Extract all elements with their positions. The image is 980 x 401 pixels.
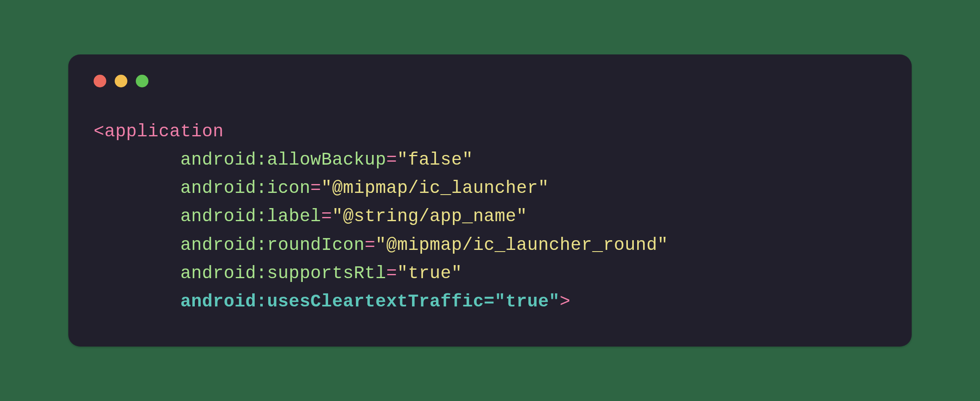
attr-name: android:roundIcon <box>180 235 365 255</box>
maximize-icon[interactable] <box>136 75 148 87</box>
close-icon[interactable] <box>94 75 106 87</box>
attr-name: android:icon <box>180 178 310 198</box>
attr-name: android:label <box>180 206 321 227</box>
code-block: <application android:allowBackup="false"… <box>94 118 886 316</box>
code-indent <box>94 206 180 227</box>
code-indent <box>94 235 180 255</box>
equals-sign: = <box>386 150 397 170</box>
window-titlebar <box>94 75 886 87</box>
attr-name: android:allowBackup <box>180 150 386 170</box>
equals-sign: = <box>310 178 321 198</box>
attr-name: android:supportsRtl <box>180 263 386 284</box>
attr-value: "@mipmap/ic_launcher" <box>321 178 549 198</box>
code-indent <box>94 263 180 284</box>
xml-tag-open: <application <box>94 122 223 142</box>
equals-sign: = <box>321 206 332 227</box>
minimize-icon[interactable] <box>115 75 127 87</box>
code-indent <box>94 178 180 198</box>
attr-value: "@string/app_name" <box>332 206 528 227</box>
code-window: <application android:allowBackup="false"… <box>68 54 912 347</box>
attr-value: "@mipmap/ic_launcher_round" <box>375 235 668 255</box>
xml-tag-close: > <box>560 292 571 312</box>
equals-sign: = <box>386 263 397 284</box>
attr-value: "false" <box>397 150 473 170</box>
attr-value: "true" <box>397 263 462 284</box>
code-indent <box>94 150 180 170</box>
code-indent <box>94 292 180 312</box>
equals-sign: = <box>365 235 376 255</box>
highlighted-attribute: android:usesCleartextTraffic="true" <box>180 292 560 312</box>
